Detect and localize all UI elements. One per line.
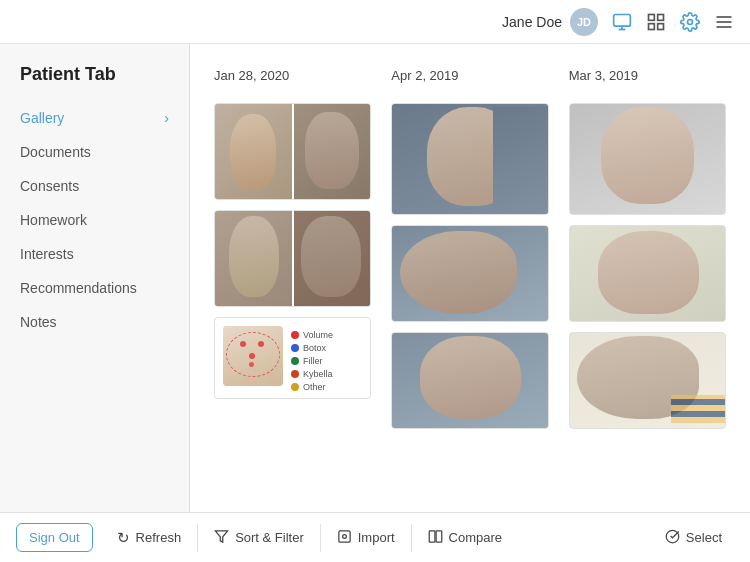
gallery-content: Jan 28, 2020 (190, 44, 750, 512)
svg-marker-11 (215, 530, 228, 541)
sidebar-item-homework[interactable]: Homework (0, 203, 189, 237)
photo-slot (570, 333, 725, 428)
bottom-bar: Sign Out ↻ Refresh Sort & Filter Import … (0, 512, 750, 562)
photo-slot (294, 104, 371, 199)
user-profile[interactable]: Jane Doe JD (502, 8, 598, 36)
compare-icon (428, 529, 443, 547)
refresh-icon: ↻ (117, 529, 130, 547)
annotation-face (223, 326, 283, 386)
svg-rect-14 (429, 530, 435, 541)
legend-label: Other (303, 382, 326, 392)
svg-rect-4 (658, 14, 664, 20)
filter-icon (214, 529, 229, 547)
svg-rect-0 (614, 14, 631, 26)
sort-filter-label: Sort & Filter (235, 530, 304, 545)
annotation-card[interactable]: Volume Botox Filler (214, 317, 371, 399)
settings-icon[interactable] (680, 12, 700, 32)
photo-card[interactable] (569, 103, 726, 215)
photo-card[interactable] (214, 210, 371, 307)
sidebar-item-documents[interactable]: Documents (0, 135, 189, 169)
svg-rect-6 (658, 23, 664, 29)
date-label-2: Apr 2, 2019 (391, 68, 548, 83)
legend-row: Kybella (291, 369, 333, 379)
photo-slot (570, 226, 725, 321)
legend-label: Volume (303, 330, 333, 340)
sidebar: Patient Tab Gallery › Documents Consents… (0, 44, 190, 512)
legend-row: Other (291, 382, 333, 392)
legend-items: Volume Botox Filler (291, 326, 333, 392)
legend-label: Botox (303, 343, 326, 353)
legend-dot (291, 344, 299, 352)
avatar: JD (570, 8, 598, 36)
monitor-icon[interactable] (612, 12, 632, 32)
photo-slot (392, 333, 547, 428)
compare-label: Compare (449, 530, 502, 545)
import-label: Import (358, 530, 395, 545)
import-icon (337, 529, 352, 547)
legend-dot (291, 357, 299, 365)
svg-rect-12 (339, 530, 350, 541)
photo-slot (570, 104, 725, 214)
photo-card[interactable] (391, 103, 548, 215)
sidebar-item-notes[interactable]: Notes (0, 305, 189, 339)
grid-icon[interactable] (646, 12, 666, 32)
refresh-label: Refresh (136, 530, 182, 545)
gallery-column-1: Jan 28, 2020 (214, 68, 371, 429)
select-label: Select (686, 530, 722, 545)
svg-point-16 (666, 530, 679, 543)
legend-row: Filler (291, 356, 333, 366)
legend-dot (291, 383, 299, 391)
photo-slot (215, 104, 292, 199)
legend-dot (291, 331, 299, 339)
compare-button[interactable]: Compare (416, 523, 514, 553)
legend-row: Volume (291, 330, 333, 340)
photo-card[interactable] (391, 332, 548, 429)
chevron-right-icon: › (164, 110, 169, 126)
user-name: Jane Doe (502, 14, 562, 30)
sidebar-item-interests[interactable]: Interests (0, 237, 189, 271)
photo-card[interactable] (569, 332, 726, 429)
import-button[interactable]: Import (325, 523, 407, 553)
select-icon (665, 529, 680, 547)
sidebar-item-consents[interactable]: Consents (0, 169, 189, 203)
photo-card[interactable] (214, 103, 371, 200)
refresh-button[interactable]: ↻ Refresh (105, 523, 194, 553)
svg-rect-5 (649, 23, 655, 29)
svg-point-7 (688, 19, 693, 24)
gallery-grid: Jan 28, 2020 (214, 68, 726, 429)
photo-card[interactable] (569, 225, 726, 322)
legend-dot (291, 370, 299, 378)
menu-icon[interactable] (714, 12, 734, 32)
select-button[interactable]: Select (653, 523, 734, 553)
gallery-column-3: Mar 3, 2019 (569, 68, 726, 429)
gallery-column-2: Apr 2, 2019 (391, 68, 548, 429)
separator (320, 524, 321, 552)
main-layout: Patient Tab Gallery › Documents Consents… (0, 44, 750, 512)
photo-slot (294, 211, 371, 306)
separator (197, 524, 198, 552)
svg-rect-15 (436, 530, 442, 541)
sign-out-button[interactable]: Sign Out (16, 523, 93, 552)
sidebar-item-gallery[interactable]: Gallery › (0, 101, 189, 135)
svg-rect-3 (649, 14, 655, 20)
sidebar-title: Patient Tab (0, 64, 189, 101)
date-label-1: Jan 28, 2020 (214, 68, 371, 83)
svg-point-13 (342, 534, 346, 538)
sort-filter-button[interactable]: Sort & Filter (202, 523, 316, 553)
legend-label: Kybella (303, 369, 333, 379)
date-label-3: Mar 3, 2019 (569, 68, 726, 83)
photo-slot (392, 226, 547, 321)
photo-card[interactable] (391, 225, 548, 322)
top-navigation: Jane Doe JD (0, 0, 750, 44)
photo-slot (392, 104, 547, 214)
separator (411, 524, 412, 552)
legend-row: Botox (291, 343, 333, 353)
sidebar-item-recommendations[interactable]: Recommendations (0, 271, 189, 305)
sign-out-label: Sign Out (29, 530, 80, 545)
legend-label: Filler (303, 356, 323, 366)
photo-slot (215, 211, 292, 306)
